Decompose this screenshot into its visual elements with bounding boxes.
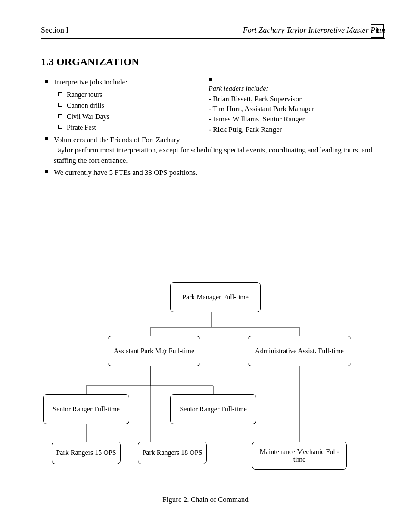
list-item: Ranger tours	[54, 90, 377, 100]
sub-list: Ranger tours Cannon drills Civil War Day…	[54, 90, 377, 133]
page-number-box: 1	[371, 24, 384, 38]
org-box: Park Manager Full-time	[170, 282, 261, 312]
list-item: We currently have 5 FTEs and 33 OPS posi…	[41, 168, 377, 178]
section-title: 1.3 ORGANIZATION	[41, 56, 139, 68]
org-box: Park Rangers 18 OPS	[138, 442, 207, 464]
bullet-list: Interpretive jobs include: Ranger tours …	[41, 77, 377, 178]
org-chart: Park Manager Full-time Assistant Park Mg…	[41, 278, 377, 480]
list-item: Interpretive jobs include: Ranger tours …	[41, 77, 377, 132]
org-box: Park Rangers 15 OPS	[52, 442, 121, 464]
header-rule	[41, 38, 385, 39]
org-box: Senior Ranger Full-time	[170, 394, 256, 424]
list-item: Volunteers and the Friends of Fort Zacha…	[41, 135, 377, 165]
figure-caption: Figure 2. Chain of Command	[0, 495, 411, 504]
item-lead: Interpretive jobs include:	[54, 78, 128, 86]
list-item: Cannon drills	[54, 101, 377, 110]
list-item: Pirate Fest	[54, 123, 377, 132]
org-box: Senior Ranger Full-time	[43, 394, 129, 424]
header-doc: Fort Zachary Taylor Interpretive Master …	[243, 26, 385, 35]
org-box: Maintenance Mechanic Full-time	[252, 442, 347, 470]
list-item: Civil War Days	[54, 112, 377, 121]
org-box: Administrative Assist. Full-time	[248, 336, 351, 366]
org-box: Assistant Park Mgr Full-time	[108, 336, 200, 366]
body-content: ■ Park leaders include: - Brian Bissett,…	[41, 75, 377, 180]
header-section: Section I	[41, 26, 69, 35]
